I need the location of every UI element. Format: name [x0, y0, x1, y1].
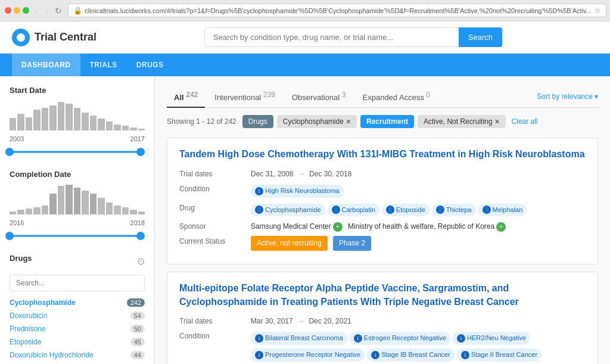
drug-item-vincristine-sulfate[interactable]: Vincristine Sulfate 37 — [10, 362, 145, 364]
nav-item-dashboard[interactable]: DASHBOARD — [12, 54, 80, 76]
address-bar[interactable]: 🔒 clinicaltrials.lucidworks.com/#/trials… — [68, 4, 606, 17]
hist-bar — [10, 118, 16, 130]
search-button[interactable]: Search — [459, 27, 502, 47]
trial-row-dates-1: Trial dates Dec 31, 2008 → Dec 30, 2018 — [179, 169, 586, 180]
slider-fill — [10, 235, 145, 237]
drug-item-doxorubicin[interactable]: Doxorubicin 54 — [10, 309, 145, 322]
condition-tag[interactable]: iBilateral Breast Carcinoma — [251, 332, 347, 345]
hist-bar — [42, 108, 48, 130]
condition-tag[interactable]: iStage IB Breast Cancer — [367, 349, 455, 362]
minimize-button[interactable] — [14, 7, 20, 14]
condition-tag[interactable]: iEstrogen Receptor Negative — [350, 332, 450, 345]
slider-thumb-left[interactable] — [5, 148, 14, 156]
search-bar: Search — [204, 27, 502, 47]
clear-all-button[interactable]: Clear all — [512, 117, 538, 126]
hist-bar — [42, 206, 48, 214]
condition-tags-1: i High Risk Neuroblastoma — [251, 183, 586, 199]
condition-tag[interactable]: i High Risk Neuroblastoma — [251, 185, 344, 198]
trial-row-condition-1: Condition i High Risk Neuroblastoma — [179, 183, 586, 199]
trial-title-2[interactable]: Multi-epitope Folate Receptor Alpha Pept… — [179, 282, 586, 309]
tab-expanded-access[interactable]: Expanded Access 0 — [356, 86, 438, 108]
trial-link-1[interactable]: Tandem High Dose Chemotherapy With 131I-… — [179, 149, 585, 159]
showing-count: Showing 1 - 12 of 242 — [167, 117, 236, 126]
sponsor-plus-icon[interactable]: + — [496, 222, 506, 232]
trial-title-1[interactable]: Tandem High Dose Chemotherapy With 131I-… — [179, 148, 586, 161]
drug-tag[interactable]: 👤 Etoposide — [382, 204, 430, 217]
drugs-expand-icon[interactable]: ⊙ — [137, 256, 145, 267]
drug-name: Etoposide — [10, 338, 41, 346]
start-date-min: 2003 — [10, 135, 24, 142]
tab-all[interactable]: All 242 — [167, 86, 205, 108]
tab-interventional[interactable]: Interventional 239 — [207, 86, 282, 108]
browser-nav: ‹ › ↻ — [33, 5, 64, 17]
nav-item-drugs[interactable]: DRUGS — [127, 54, 173, 76]
back-button[interactable]: ‹ — [33, 5, 41, 17]
hist-bar — [33, 110, 40, 130]
app-logo: Trial Central — [12, 29, 97, 46]
hist-bar — [98, 119, 104, 130]
hist-bar — [122, 207, 129, 214]
trial-row-status-1: Current Status Active, not recruiting Ph… — [179, 236, 586, 251]
filter-bar: Showing 1 - 12 of 242 Drugs Cyclophospha… — [167, 115, 598, 128]
app-nav: DASHBOARD TRIALS DRUGS — [0, 54, 610, 76]
condition-tag[interactable]: iProgesterone Receptor Negative — [251, 349, 365, 362]
slider-thumb-right[interactable] — [136, 148, 145, 156]
trial-dates-value-2: Mar 30, 2017 → Dec 20, 2021 — [251, 316, 586, 327]
start-date-labels: 2003 2017 — [10, 135, 145, 142]
hist-bar — [66, 185, 72, 214]
completion-date-section: Completion Date 20 — [10, 170, 145, 242]
tag-icon: i — [354, 334, 362, 343]
bookmark-icon: ☆ — [594, 6, 601, 15]
drugs-search-input[interactable] — [10, 275, 145, 291]
completion-date-slider[interactable] — [10, 230, 145, 242]
sidebar: Start Date 2003 — [0, 76, 155, 364]
trial-row-condition-2: Condition iBilateral Breast Carcinoma iE… — [179, 331, 586, 364]
drug-tag[interactable]: 👤 Carboplatin — [328, 204, 379, 217]
sponsor-plus-icon[interactable]: + — [333, 222, 343, 232]
close-button[interactable] — [5, 7, 11, 14]
nav-item-trials[interactable]: TRIALS — [80, 54, 127, 76]
tag-icon: i — [255, 334, 263, 343]
drug-name: Doxorubicin — [10, 312, 47, 320]
search-input[interactable] — [204, 27, 459, 47]
filter-chip-recruitment[interactable]: Recruitment — [360, 115, 414, 128]
sort-value[interactable]: relevance — [562, 92, 593, 101]
maximize-button[interactable] — [23, 7, 29, 14]
filter-chip-status[interactable]: Active, Not Recruiting × — [418, 115, 506, 128]
filter-chip-cyclophosphamide[interactable]: Cyclophosphamide × — [277, 115, 357, 128]
drug-tag[interactable]: 👤 Melphalan — [478, 204, 527, 217]
trial-link-2[interactable]: Multi-epitope Folate Receptor Alpha Pept… — [179, 283, 519, 306]
sponsor-tag: Ministry of health & welfare, Republic o… — [348, 221, 506, 232]
reload-button[interactable]: ↻ — [52, 5, 64, 17]
app-title: Trial Central — [35, 31, 97, 43]
tab-observational[interactable]: Observational 3 — [285, 86, 353, 108]
slider-thumb-right[interactable] — [136, 232, 145, 240]
filter-chip-drugs[interactable]: Drugs — [242, 115, 273, 128]
slider-thumb-left[interactable] — [5, 232, 14, 240]
tag-icon: 👤 — [255, 206, 263, 214]
hist-bar — [17, 210, 24, 214]
drug-count: 242 — [127, 298, 145, 307]
sponsor-tag: Samsung Medical Center + — [251, 221, 343, 232]
drug-item-prednisone[interactable]: Prednisone 50 — [10, 322, 145, 335]
forward-button[interactable]: › — [43, 5, 51, 17]
remove-status-filter-icon[interactable]: × — [494, 117, 499, 126]
drug-item-cyclophosphamide[interactable]: Cyclophosphamide 242 — [10, 296, 145, 309]
hist-bar — [106, 122, 113, 130]
drug-tag[interactable]: 👤 Cyclophosphamide — [251, 204, 325, 217]
condition-tag[interactable]: iHER2/Neu Negative — [453, 332, 530, 345]
drug-item-doxorubicin-hcl[interactable]: Doxorubicin Hydrochloride 44 — [10, 349, 145, 362]
sort-chevron-icon: ▾ — [595, 92, 598, 101]
condition-tag[interactable]: iStage II Breast Cancer — [457, 349, 541, 362]
condition-label-1: Condition — [179, 183, 251, 193]
hist-bar — [58, 102, 64, 130]
drug-label-1: Drug — [179, 203, 251, 212]
drug-item-etoposide[interactable]: Etoposide 45 — [10, 335, 145, 349]
hist-bar — [114, 125, 120, 130]
hist-bar — [10, 211, 16, 214]
start-date-title: Start Date — [10, 86, 145, 95]
drug-tag[interactable]: 👤 Thiotepa — [432, 204, 476, 217]
remove-drug-filter-icon[interactable]: × — [346, 117, 351, 126]
tag-icon: i — [457, 334, 465, 343]
start-date-slider[interactable] — [10, 146, 145, 158]
